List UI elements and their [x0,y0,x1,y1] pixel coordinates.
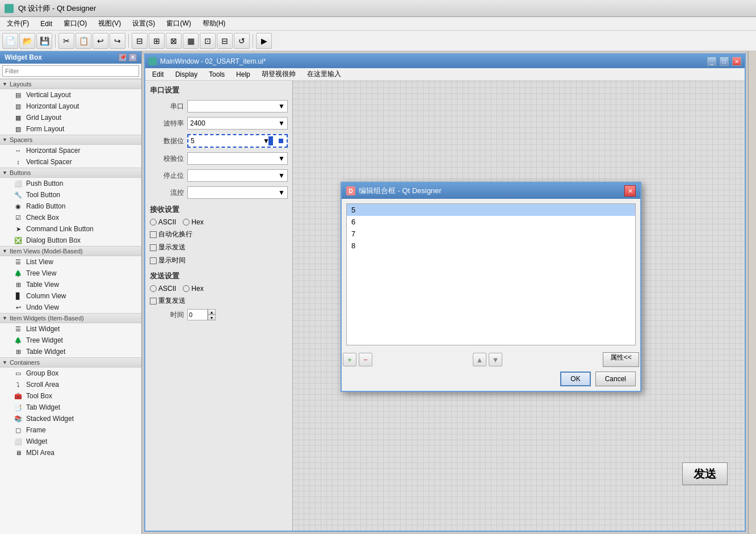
dialog-overlay: D 编辑组合框 - Qt Designer ✕ 5 6 7 8 + − ▲ ▼ … [0,0,756,534]
dialog-move-down-button[interactable]: ▼ [489,353,502,366]
dialog-body: 5 6 7 8 [342,199,640,350]
dialog-cancel-button[interactable]: Cancel [595,372,636,386]
dialog-footer-buttons: OK Cancel [560,372,636,386]
dialog-title-bar: D 编辑组合框 - Qt Designer ✕ [342,183,640,199]
dialog-list-item-6[interactable]: 6 [347,216,635,228]
dialog-list-item-7[interactable]: 7 [347,228,635,240]
dialog-ok-button[interactable]: OK [560,372,590,386]
dialog-icon: D [346,186,355,195]
dialog-title-text: 编辑组合框 - Qt Designer [359,186,621,196]
dialog-add-button[interactable]: + [343,353,356,366]
edit-combo-dialog: D 编辑组合框 - Qt Designer ✕ 5 6 7 8 + − ▲ ▼ … [341,182,641,392]
dialog-ok-label: OK [570,375,580,383]
dialog-list: 5 6 7 8 [346,203,636,345]
dialog-close-button[interactable]: ✕ [624,185,636,197]
dialog-list-item-8[interactable]: 8 [347,240,635,252]
dialog-properties-label: 属性<< [610,353,632,361]
dialog-remove-button[interactable]: − [359,353,372,366]
dialog-cancel-label: Cancel [605,375,626,383]
dialog-list-item-5[interactable]: 5 [347,204,635,216]
dialog-footer: OK Cancel [342,369,640,391]
dialog-properties-button[interactable]: 属性<< [603,352,639,367]
dialog-move-up-button[interactable]: ▲ [473,353,486,366]
dialog-toolbar: + − ▲ ▼ 属性<< [342,350,640,369]
